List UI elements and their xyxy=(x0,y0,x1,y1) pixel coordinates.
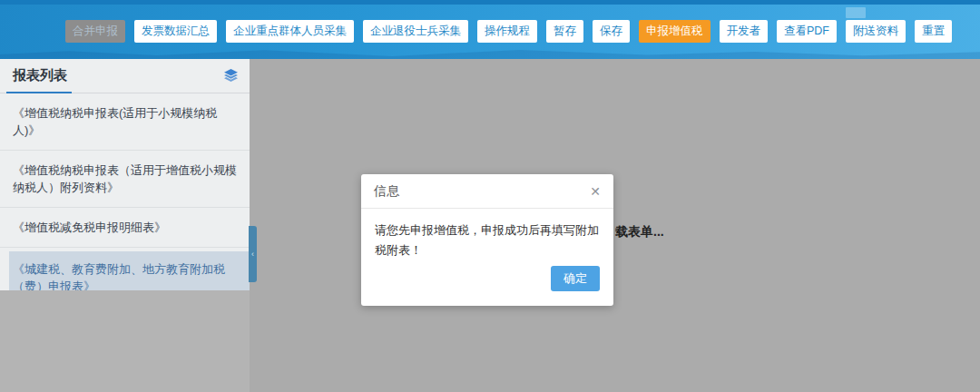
toolbar-button-10[interactable]: 查看PDF xyxy=(777,20,837,43)
close-icon[interactable]: ✕ xyxy=(590,185,601,198)
toolbar-button-3[interactable]: 企业重点群体人员采集 xyxy=(226,20,354,43)
toolbar-button-9[interactable]: 开发者 xyxy=(720,20,769,43)
background-photo-accent xyxy=(846,7,866,18)
dialog-footer: 确定 xyxy=(551,266,600,291)
report-list: 《增值税纳税申报表(适用于小规模纳税人)》《增值税纳税申报表（适用于增值税小规模… xyxy=(0,93,250,307)
report-list-sidebar: 报表列表 《增值税纳税申报表(适用于小规模纳税人)》《增值税纳税申报表（适用于增… xyxy=(0,59,250,290)
collapse-arrow-icon: ‹ xyxy=(251,250,254,259)
sidebar-header: 报表列表 xyxy=(0,59,250,93)
toolbar-button-12[interactable]: 重置 xyxy=(915,20,952,43)
ok-button[interactable]: 确定 xyxy=(551,266,600,291)
top-toolbar: 合并申报发票数据汇总企业重点群体人员采集企业退役士兵采集操作规程暂存保存申报增值… xyxy=(0,0,980,59)
dialog-message: 请您先申报增值税，申报成功后再填写附加税附表！ xyxy=(361,209,613,260)
sidebar-item-3[interactable]: 《增值税减免税申报明细表》 xyxy=(0,208,250,248)
toolbar-buttons: 合并申报发票数据汇总企业重点群体人员采集企业退役士兵采集操作规程暂存保存申报增值… xyxy=(65,20,952,43)
sidebar-footer-area xyxy=(0,290,250,392)
app-window: 合并申报发票数据汇总企业重点群体人员采集企业退役士兵采集操作规程暂存保存申报增值… xyxy=(0,0,980,392)
info-dialog: 信息 ✕ 请您先申报增值税，申报成功后再填写附加税附表！ 确定 xyxy=(361,174,613,306)
dialog-title: 信息 xyxy=(374,183,399,200)
loading-form-text: 载表单... xyxy=(615,224,664,240)
sidebar-title: 报表列表 xyxy=(13,67,67,84)
dialog-header: 信息 ✕ xyxy=(361,174,613,209)
toolbar-button-1: 合并申报 xyxy=(65,20,125,43)
toolbar-button-6[interactable]: 暂存 xyxy=(546,20,583,43)
sidebar-collapse-handle[interactable]: ‹ xyxy=(249,226,257,282)
toolbar-button-2[interactable]: 发票数据汇总 xyxy=(134,20,217,43)
toolbar-button-7[interactable]: 保存 xyxy=(593,20,630,43)
toolbar-button-11[interactable]: 附送资料 xyxy=(846,20,906,43)
active-tab-underline xyxy=(6,92,72,93)
sidebar-item-2[interactable]: 《增值税纳税申报表（适用于增值税小规模纳税人）附列资料》 xyxy=(0,151,250,208)
sidebar-item-1[interactable]: 《增值税纳税申报表(适用于小规模纳税人)》 xyxy=(0,93,250,151)
toolbar-button-8[interactable]: 申报增值税 xyxy=(639,20,710,43)
layers-icon[interactable] xyxy=(223,68,239,83)
toolbar-button-5[interactable]: 操作规程 xyxy=(477,20,537,43)
mountain-silhouette-decoration xyxy=(0,46,980,59)
toolbar-button-4[interactable]: 企业退役士兵采集 xyxy=(363,20,468,43)
